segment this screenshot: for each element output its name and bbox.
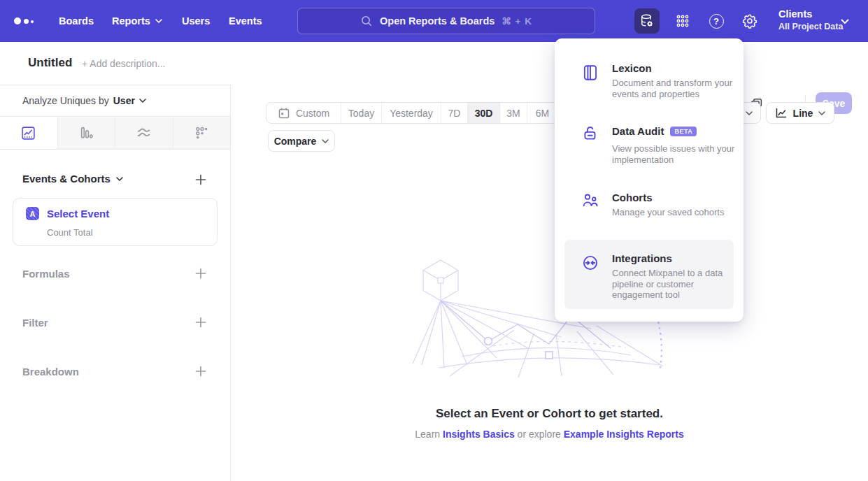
- analyze-row: Analyze Uniques by User: [0, 85, 230, 117]
- flows-icon: [136, 126, 151, 141]
- top-navbar: Boards Reports Users Events Open Reports…: [0, 0, 868, 42]
- date-range-control: Custom Today Yesterday 7D 30D 3M 6M: [266, 102, 558, 124]
- line-chart-icon: [775, 108, 788, 119]
- range-3m-label: 3M: [506, 108, 520, 119]
- metrics-icon: [194, 126, 209, 141]
- lexicon-title: Lexicon: [612, 62, 652, 74]
- plus-icon: [194, 267, 207, 280]
- calendar-icon: [278, 107, 290, 120]
- chevron-down-icon: [818, 111, 825, 115]
- query-sidebar: Analyze Uniques by User Events & Cohorts…: [0, 85, 231, 481]
- event-card[interactable]: A Select Event Count Total: [13, 198, 218, 246]
- analyze-by-dropdown[interactable]: User: [113, 95, 146, 106]
- analyze-label: Analyze Uniques by: [22, 95, 109, 106]
- chart-style-dropdown[interactable]: Line: [766, 102, 834, 124]
- add-formula-button[interactable]: [194, 267, 207, 280]
- events-cohorts-title: Events & Cohorts: [22, 173, 111, 185]
- integrations-title-text: Integrations: [612, 252, 672, 264]
- data-management-button[interactable]: [634, 8, 660, 34]
- chevron-down-icon: [139, 99, 146, 103]
- settings-gear-icon: [742, 13, 757, 29]
- plus-icon: [194, 316, 207, 329]
- cohorts-title: Cohorts: [612, 192, 653, 203]
- event-letter-badge: A: [26, 207, 39, 220]
- tab-flows-chart[interactable]: [115, 117, 173, 149]
- chevron-down-icon: [841, 19, 849, 24]
- chevron-down-icon: [116, 177, 123, 181]
- nav-reports[interactable]: Reports: [112, 0, 162, 42]
- apps-grid-button[interactable]: [670, 8, 695, 34]
- add-filter-button[interactable]: [194, 316, 207, 329]
- lexicon-description: Document and transform your events and p…: [612, 78, 739, 99]
- chevron-down-icon: [155, 19, 162, 23]
- project-switcher[interactable]: Clients All Project Data: [778, 8, 843, 33]
- range-7d-label: 7D: [448, 108, 461, 119]
- bar-chart-icon: [79, 126, 94, 141]
- plus-icon: [194, 365, 207, 378]
- data-audit-title: Data Audit BETA: [612, 125, 697, 137]
- empty-state-title: Select an Event or Cohort to get started…: [231, 407, 868, 421]
- line-chart-icon: [21, 126, 36, 141]
- tab-line-chart[interactable]: [0, 117, 58, 149]
- data-audit-description: View possible issues with your implement…: [612, 143, 739, 165]
- select-event-label: Select Event: [47, 208, 109, 220]
- compare-label: Compare: [274, 136, 317, 147]
- help-button[interactable]: [704, 8, 729, 34]
- learn-prefix: Learn: [415, 429, 440, 440]
- integrations-description: Connect Mixpanel to a data pipeline or c…: [612, 268, 739, 301]
- nav-boards-label: Boards: [59, 15, 94, 27]
- empty-state-links: Learn Insights Basics or explore Example…: [231, 429, 868, 440]
- range-yesterday[interactable]: Yesterday: [381, 103, 441, 123]
- plus-icon: [194, 173, 207, 186]
- range-30d-label: 30D: [475, 108, 493, 119]
- chevron-down-icon: [322, 139, 329, 143]
- add-description-field[interactable]: + Add description...: [82, 58, 165, 69]
- data-management-menu: Lexicon Document and transform your even…: [555, 38, 744, 322]
- search-placeholder: Open Reports & Boards: [380, 15, 495, 27]
- nav-reports-label: Reports: [112, 15, 150, 27]
- nav-events[interactable]: Events: [229, 0, 262, 42]
- chart-style-label: Line: [793, 108, 813, 119]
- search-shortcut: ⌘ + K: [501, 15, 532, 27]
- add-event-button[interactable]: [194, 173, 207, 186]
- nav-boards[interactable]: Boards: [59, 0, 94, 42]
- range-6m[interactable]: 6M: [527, 103, 557, 123]
- events-cohorts-header[interactable]: Events & Cohorts: [22, 173, 123, 185]
- beta-badge: BETA: [670, 127, 697, 136]
- data-audit-title-text: Data Audit: [612, 125, 664, 137]
- integrations-icon: [581, 254, 599, 272]
- explore-middle: or explore: [518, 429, 561, 440]
- report-title[interactable]: Untitled: [28, 56, 72, 70]
- range-30d-selected[interactable]: 30D: [467, 103, 499, 123]
- cohorts-title-text: Cohorts: [612, 192, 653, 203]
- nav-events-label: Events: [229, 15, 262, 27]
- count-total-label: Count Total: [47, 227, 93, 238]
- insights-basics-link[interactable]: Insights Basics: [443, 429, 515, 440]
- settings-button[interactable]: [737, 8, 762, 34]
- add-breakdown-button[interactable]: [194, 365, 207, 378]
- apps-grid-icon: [675, 13, 690, 29]
- nav-users-label: Users: [182, 15, 210, 27]
- formulas-label: Formulas: [22, 268, 70, 280]
- example-reports-link[interactable]: Example Insights Reports: [564, 429, 684, 440]
- search-icon: [360, 15, 373, 27]
- range-6m-label: 6M: [536, 108, 549, 119]
- filter-label: Filter: [22, 317, 48, 329]
- range-custom[interactable]: Custom: [266, 103, 341, 123]
- range-7d[interactable]: 7D: [441, 103, 467, 123]
- nav-users[interactable]: Users: [182, 0, 210, 42]
- chart-type-tabs: [0, 117, 230, 150]
- org-name: Clients: [778, 8, 843, 21]
- cohorts-icon: [581, 191, 599, 209]
- range-custom-label: Custom: [296, 108, 329, 119]
- range-yesterday-label: Yesterday: [390, 108, 433, 119]
- global-search-button[interactable]: Open Reports & Boards ⌘ + K: [297, 8, 595, 34]
- range-3m[interactable]: 3M: [499, 103, 527, 123]
- help-icon: [709, 14, 724, 29]
- tab-bar-chart[interactable]: [58, 117, 116, 149]
- chevron-down-icon: [746, 111, 753, 115]
- compare-dropdown[interactable]: Compare: [268, 130, 335, 152]
- range-today[interactable]: Today: [341, 103, 381, 123]
- cohorts-description: Manage your saved cohorts: [612, 207, 739, 218]
- tab-metrics-chart[interactable]: [173, 117, 231, 149]
